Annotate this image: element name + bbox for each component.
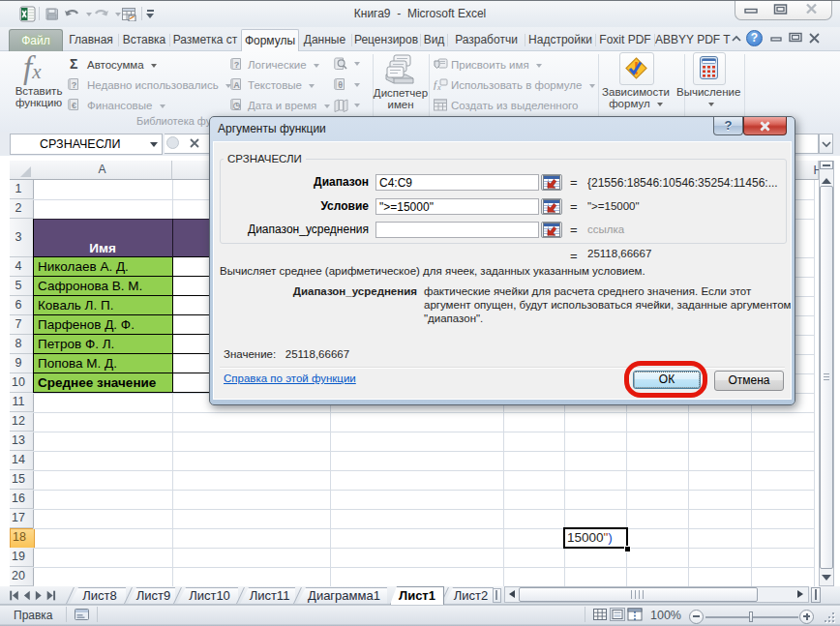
svg-text:?: ?	[72, 80, 77, 90]
svg-text:А: А	[233, 80, 240, 90]
svg-text:€: €	[72, 101, 76, 110]
svg-text:?: ?	[234, 60, 240, 70]
svg-text:θ: θ	[338, 80, 343, 90]
svg-text:◷: ◷	[233, 101, 241, 110]
